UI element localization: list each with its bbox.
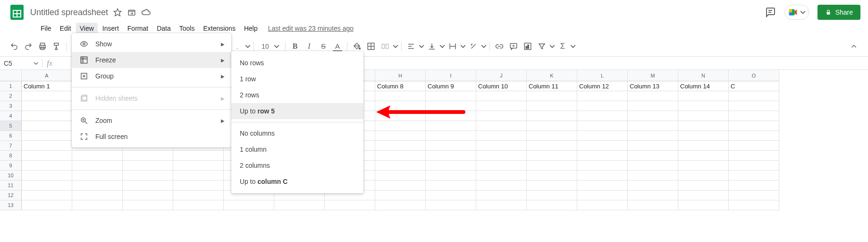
cell[interactable] bbox=[476, 171, 527, 181]
cell[interactable] bbox=[375, 131, 426, 141]
cell[interactable] bbox=[72, 200, 123, 210]
text-wrap-button[interactable] bbox=[446, 40, 459, 53]
cell[interactable] bbox=[476, 121, 527, 131]
cell[interactable] bbox=[527, 181, 577, 190]
cell[interactable] bbox=[375, 141, 426, 151]
cell[interactable] bbox=[729, 200, 779, 210]
col-header[interactable]: O bbox=[729, 70, 779, 81]
cell[interactable] bbox=[173, 161, 224, 171]
cell[interactable] bbox=[729, 131, 779, 141]
cell[interactable] bbox=[577, 131, 628, 141]
paint-format-button[interactable] bbox=[50, 40, 63, 53]
cell[interactable] bbox=[426, 141, 476, 151]
font-size-selector[interactable]: 10 bbox=[257, 43, 282, 50]
cell[interactable] bbox=[577, 200, 628, 210]
cell[interactable] bbox=[426, 171, 476, 181]
cell[interactable] bbox=[577, 111, 628, 121]
cell[interactable]: Column 14 bbox=[678, 81, 729, 91]
select-all-corner[interactable] bbox=[0, 70, 22, 81]
cloud-status-icon[interactable] bbox=[141, 8, 151, 17]
view-menu-full-screen[interactable]: Full screen bbox=[72, 129, 231, 145]
cell[interactable] bbox=[577, 101, 628, 111]
cell[interactable]: C bbox=[729, 81, 779, 91]
name-box[interactable]: C5 bbox=[0, 60, 42, 67]
cell[interactable] bbox=[123, 190, 173, 200]
cell[interactable]: Column 8 bbox=[375, 81, 426, 91]
cell[interactable] bbox=[375, 91, 426, 101]
cell[interactable] bbox=[628, 181, 678, 190]
menu-tools[interactable]: Tools bbox=[176, 23, 199, 34]
insert-link-button[interactable] bbox=[493, 40, 506, 53]
row-header[interactable]: 13 bbox=[0, 200, 22, 210]
cell[interactable] bbox=[729, 91, 779, 101]
col-header[interactable]: I bbox=[426, 70, 476, 81]
cell[interactable]: Column 10 bbox=[476, 81, 527, 91]
horizontal-align-button[interactable] bbox=[405, 40, 418, 53]
cell[interactable] bbox=[325, 200, 375, 210]
cell[interactable] bbox=[628, 121, 678, 131]
cell[interactable] bbox=[123, 171, 173, 181]
cell[interactable] bbox=[678, 161, 729, 171]
cell[interactable] bbox=[476, 151, 527, 161]
cell[interactable] bbox=[527, 190, 577, 200]
view-menu-group[interactable]: Group▶ bbox=[72, 68, 231, 84]
cell[interactable] bbox=[577, 151, 628, 161]
cell[interactable] bbox=[527, 121, 577, 131]
cell[interactable] bbox=[527, 101, 577, 111]
merge-cells-button[interactable] bbox=[379, 40, 392, 53]
cell[interactable]: Column 12 bbox=[577, 81, 628, 91]
cell[interactable] bbox=[375, 151, 426, 161]
col-header[interactable]: L bbox=[577, 70, 628, 81]
menu-file[interactable]: File bbox=[37, 23, 55, 34]
cell[interactable] bbox=[426, 91, 476, 101]
cell[interactable] bbox=[678, 151, 729, 161]
cell[interactable] bbox=[678, 101, 729, 111]
cell[interactable] bbox=[577, 171, 628, 181]
cell[interactable] bbox=[426, 131, 476, 141]
cell[interactable] bbox=[224, 200, 274, 210]
vertical-align-button[interactable] bbox=[425, 40, 438, 53]
cell[interactable] bbox=[628, 91, 678, 101]
cell[interactable] bbox=[729, 141, 779, 151]
cell[interactable] bbox=[72, 190, 123, 200]
cell[interactable] bbox=[628, 141, 678, 151]
row-header[interactable]: 9 bbox=[0, 161, 22, 171]
cell[interactable] bbox=[22, 151, 72, 161]
cell[interactable] bbox=[274, 200, 325, 210]
cell[interactable] bbox=[476, 161, 527, 171]
insert-comment-button[interactable] bbox=[507, 40, 520, 53]
view-menu-freeze[interactable]: Freeze▶ bbox=[72, 52, 231, 68]
cell[interactable] bbox=[628, 131, 678, 141]
cell[interactable] bbox=[22, 181, 72, 190]
cell[interactable] bbox=[729, 190, 779, 200]
cell[interactable] bbox=[72, 161, 123, 171]
cell[interactable] bbox=[72, 171, 123, 181]
cell[interactable] bbox=[577, 161, 628, 171]
freeze-no-rows[interactable]: No rows bbox=[231, 55, 363, 71]
cell[interactable] bbox=[628, 151, 678, 161]
share-button[interactable]: Share bbox=[817, 5, 860, 20]
cell[interactable] bbox=[22, 91, 72, 101]
cell[interactable] bbox=[72, 181, 123, 190]
row-header[interactable]: 12 bbox=[0, 190, 22, 200]
row-header[interactable]: 7 bbox=[0, 141, 22, 151]
cell[interactable] bbox=[22, 111, 72, 121]
cell[interactable] bbox=[22, 200, 72, 210]
cell[interactable] bbox=[476, 181, 527, 190]
freeze-up-to-row[interactable]: Up torow 5 bbox=[231, 103, 363, 119]
cell[interactable] bbox=[678, 131, 729, 141]
cell[interactable] bbox=[123, 151, 173, 161]
cell[interactable] bbox=[426, 181, 476, 190]
last-edit-link[interactable]: Last edit was 23 minutes ago bbox=[268, 25, 354, 32]
cell[interactable]: Column 11 bbox=[527, 81, 577, 91]
cell[interactable] bbox=[476, 111, 527, 121]
cell[interactable] bbox=[476, 91, 527, 101]
cell[interactable] bbox=[678, 91, 729, 101]
cell[interactable] bbox=[123, 161, 173, 171]
menu-edit[interactable]: Edit bbox=[56, 23, 75, 34]
cell[interactable] bbox=[375, 200, 426, 210]
cell[interactable] bbox=[375, 190, 426, 200]
cell[interactable] bbox=[72, 151, 123, 161]
cell[interactable] bbox=[375, 111, 426, 121]
redo-button[interactable] bbox=[22, 40, 35, 53]
